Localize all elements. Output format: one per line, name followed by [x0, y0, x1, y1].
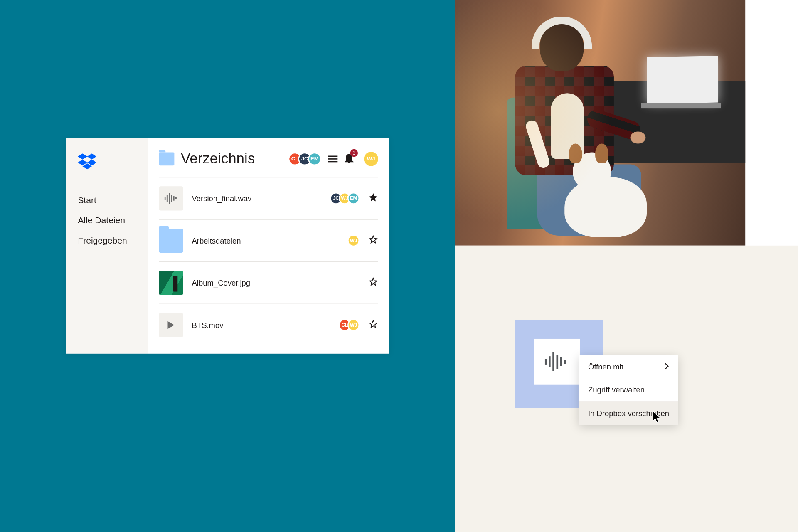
svg-rect-8 [171, 195, 172, 202]
file-shared-avatars[interactable]: CL WJ [339, 319, 360, 331]
file-shared-avatars[interactable]: JC WJ EM [330, 192, 360, 204]
notifications-icon[interactable]: 3 [344, 152, 354, 165]
sidebar-item-shared[interactable]: Freigegeben [78, 231, 136, 251]
image-thumbnail [159, 271, 183, 295]
svg-rect-12 [549, 356, 551, 367]
star-outline-icon[interactable] [368, 319, 378, 331]
file-name: Album_Cover.jpg [192, 278, 351, 287]
context-menu-item-manage-access[interactable]: Zugriff verwalten [579, 378, 678, 401]
avatar[interactable]: EM [347, 192, 360, 204]
svg-rect-9 [173, 196, 175, 201]
file-row[interactable]: Album_Cover.jpg [159, 262, 378, 304]
svg-marker-0 [78, 153, 87, 160]
list-options-icon[interactable] [328, 155, 338, 162]
sidebar: Start Alle Dateien Freigegeben [66, 138, 148, 353]
chevron-right-icon [665, 362, 670, 371]
svg-rect-13 [552, 352, 554, 371]
folder-icon [159, 152, 174, 165]
notification-badge: 3 [350, 149, 358, 156]
svg-rect-11 [545, 359, 547, 365]
sidebar-item-start[interactable]: Start [78, 191, 136, 211]
menu-label: Öffnen mit [588, 362, 623, 371]
audio-file-icon [534, 339, 580, 385]
avatar[interactable]: WJ [347, 319, 360, 331]
folder-title: Verzeichnis [181, 150, 282, 167]
marketing-photo [455, 0, 746, 246]
audio-file-icon [159, 186, 183, 210]
star-outline-icon[interactable] [368, 277, 378, 289]
avatar[interactable]: EM [308, 152, 321, 165]
star-outline-icon[interactable] [368, 234, 378, 246]
context-menu-item-move-to-dropbox[interactable]: In Dropbox verschieben [579, 402, 678, 425]
header-shared-avatars[interactable]: CL JC EM [288, 152, 321, 165]
file-name: Version_final.wav [192, 194, 321, 203]
svg-rect-14 [556, 355, 558, 369]
svg-rect-5 [165, 197, 166, 200]
file-name: Arbeitsdateien [192, 236, 339, 245]
svg-rect-16 [564, 360, 566, 364]
folder-icon [159, 229, 183, 253]
star-icon[interactable] [368, 192, 378, 204]
file-row[interactable]: BTS.mov CL WJ [159, 304, 378, 346]
file-shared-avatars[interactable]: WJ [347, 234, 360, 246]
video-file-icon [159, 313, 183, 337]
sidebar-item-all-files[interactable]: Alle Dateien [78, 211, 136, 231]
menu-label: Zugriff verwalten [588, 385, 645, 394]
pointer-cursor-icon [652, 411, 662, 426]
svg-rect-6 [167, 195, 168, 202]
file-row[interactable]: Version_final.wav JC WJ EM [159, 177, 378, 220]
avatar[interactable]: WJ [347, 234, 360, 246]
profile-avatar[interactable]: WJ [364, 152, 378, 166]
svg-rect-10 [175, 197, 177, 200]
context-menu-item-open-with[interactable]: Öffnen mit [579, 355, 678, 378]
svg-rect-7 [169, 193, 170, 204]
file-name: BTS.mov [192, 320, 330, 329]
dropbox-logo-icon [78, 153, 136, 172]
context-menu: Öffnen mit Zugriff verwalten In Dropbox … [579, 355, 678, 425]
file-browser-window: Start Alle Dateien Freigegeben Verzeichn… [66, 138, 389, 353]
svg-rect-15 [560, 357, 562, 366]
file-row[interactable]: Arbeitsdateien WJ [159, 220, 378, 262]
folder-header: Verzeichnis CL JC EM 3 WJ [159, 150, 378, 177]
main-panel: Verzeichnis CL JC EM 3 WJ [148, 138, 389, 353]
svg-marker-1 [87, 153, 96, 160]
